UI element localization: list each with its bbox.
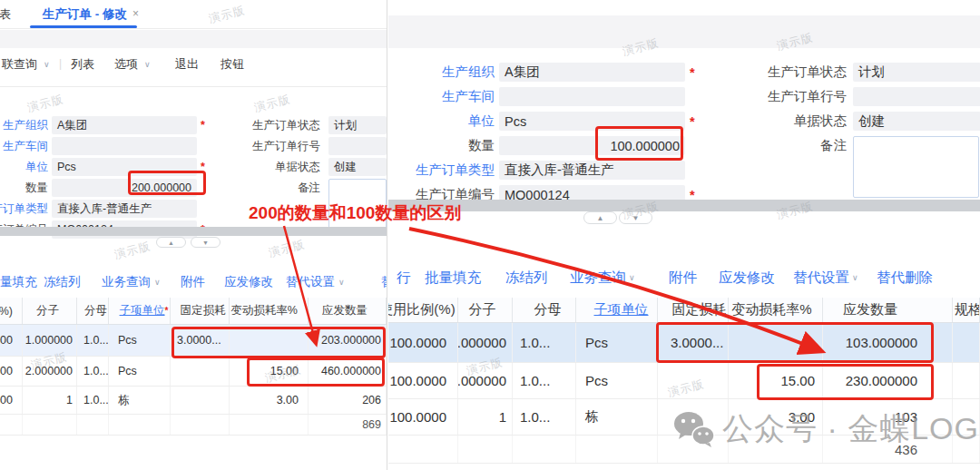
toolbar-freeze-column[interactable]: 冻结列 [44, 274, 81, 290]
table-row[interactable]: 0002.0000001.0...Pcs15.00460.000000 [0, 357, 387, 387]
order-type-input[interactable]: 直接入库-普通生产 [499, 161, 685, 180]
production-org-input[interactable]: A集团 [52, 116, 197, 134]
table-cell[interactable] [729, 323, 823, 362]
collapse-up-button[interactable]: ▲ [583, 211, 617, 224]
table-cell[interactable]: 1.0... [77, 357, 109, 386]
table-cell[interactable] [658, 363, 729, 398]
table-cell[interactable]: 1.0... [513, 323, 576, 362]
table-cell[interactable]: 100.0000 [388, 323, 458, 362]
table-cell[interactable]: 1 [458, 399, 513, 435]
table-cell[interactable]: 1.0... [513, 399, 576, 435]
table-cell[interactable]: 栋 [109, 387, 171, 414]
unit-input[interactable]: Pcs [52, 158, 197, 176]
toolbar-batch-fill[interactable]: 批量填充 [425, 269, 481, 288]
table-cell[interactable] [171, 387, 230, 414]
table-row[interactable]: 00011.0...栋3.00206 [0, 387, 387, 415]
table-cell[interactable]: 1.000000 [23, 325, 77, 356]
production-workshop-label[interactable]: 生产车间 [388, 87, 495, 106]
column-header[interactable]: 分子 [23, 298, 77, 324]
unit-label[interactable]: 单位 [388, 112, 495, 131]
table-cell[interactable]: 2.000000 [458, 363, 513, 398]
column-header[interactable]: 固定损耗 [171, 298, 230, 324]
column-header[interactable]: 规格型号 [953, 298, 980, 322]
column-header[interactable]: 分母 [513, 298, 576, 322]
column-header[interactable]: 分母 [77, 298, 109, 324]
table-cell[interactable]: 15.00 [729, 363, 823, 398]
doc-status-input[interactable]: 创建 [853, 112, 980, 131]
table-cell[interactable]: 1.0... [77, 325, 109, 356]
table-row[interactable]: 0001.0000001.0...Pcs3.0000...203.000000 [0, 325, 387, 357]
table-cell[interactable]: 000 [0, 325, 23, 356]
production-workshop-label[interactable]: 生产车间 [0, 137, 48, 155]
toolbar-substitute-setting[interactable]: 替代设置 [793, 269, 849, 288]
column-header[interactable]: 使用比例(%) [388, 298, 458, 322]
table-row[interactable]: 100.00001.0000001.0...Pcs3.0000...103.00… [388, 323, 980, 363]
table-cell[interactable]: 230.000000 [823, 363, 953, 398]
production-workshop-input[interactable] [52, 137, 197, 155]
table-cell[interactable] [953, 399, 980, 435]
table-cell[interactable]: 203.000000 [309, 325, 387, 356]
order-type-label[interactable]: 生产订单类型 [0, 200, 48, 218]
column-header[interactable]: 分子 [458, 298, 513, 322]
table-cell[interactable] [953, 363, 980, 398]
production-org-label[interactable]: 生产组织 [388, 63, 495, 82]
order-type-label[interactable]: 生产订单类型 [388, 161, 495, 180]
table-cell[interactable] [230, 325, 309, 356]
column-header[interactable]: %) [0, 298, 23, 324]
table-cell[interactable]: 3.00 [230, 387, 309, 414]
table-cell[interactable]: 15.00 [230, 357, 309, 386]
collapse-down-button[interactable]: ▼ [191, 237, 220, 248]
column-header-link[interactable]: 子项单位 [594, 301, 649, 318]
order-status-input[interactable]: 计划 [853, 63, 980, 82]
column-header[interactable]: 固定损耗 [658, 298, 729, 322]
quantity-input[interactable]: 200.000000 [52, 179, 197, 197]
column-header[interactable]: 变动损耗率% [729, 298, 823, 322]
table-cell[interactable]: 460.000000 [309, 357, 387, 386]
order-line-no-input[interactable] [328, 137, 387, 155]
table-cell[interactable]: 3.00 [729, 399, 823, 435]
table-cell[interactable] [953, 323, 980, 362]
table-cell[interactable]: Pcs [109, 325, 171, 356]
doc-status-input[interactable]: 创建 [328, 158, 387, 176]
table-cell[interactable]: 2.000000 [23, 357, 77, 386]
table-cell[interactable] [171, 357, 230, 386]
table-cell[interactable]: Pcs [109, 357, 171, 386]
table-cell[interactable]: 1.000000 [458, 323, 513, 362]
table-cell[interactable]: 1.0... [77, 387, 109, 414]
table-cell[interactable]: 000 [0, 357, 23, 386]
production-workshop-input[interactable] [499, 87, 685, 106]
unit-input[interactable]: Pcs [499, 112, 685, 131]
unit-label[interactable]: 单位 [0, 158, 48, 176]
column-header[interactable]: 应发数量 [309, 298, 387, 324]
table-cell[interactable]: 1.0... [513, 363, 576, 398]
table-cell[interactable]: 103 [823, 399, 953, 435]
table-cell[interactable]: 100.0000 [388, 363, 458, 398]
table-cell[interactable]: 100.0000 [388, 399, 458, 435]
toolbar-attachment[interactable]: 附件 [669, 269, 697, 288]
toolbar-issue-modify[interactable]: 应发修改 [719, 269, 775, 288]
table-cell[interactable]: 103.000000 [823, 323, 953, 362]
table-row[interactable]: 100.00002.0000001.0...Pcs15.00230.000000 [388, 363, 980, 399]
horizontal-scrollbar[interactable] [0, 227, 387, 236]
toolbar-substitute-delete[interactable]: 替代删除 [877, 269, 933, 288]
toolbar-attachment[interactable]: 附件 [181, 274, 205, 290]
column-header[interactable]: 应发数量 [823, 298, 953, 322]
column-header-link[interactable]: 子项单位 [120, 303, 165, 318]
table-cell[interactable]: 3.0000... [171, 325, 230, 356]
toolbar-substitute-setting[interactable]: 替代设置 [286, 274, 335, 290]
table-cell[interactable] [658, 399, 729, 435]
toolbar-issue-modify[interactable]: 应发修改 [224, 274, 273, 290]
table-cell[interactable]: 1 [23, 387, 77, 414]
collapse-up-button[interactable]: ▲ [156, 237, 186, 248]
table-cell[interactable]: Pcs [576, 323, 658, 362]
production-org-label[interactable]: 生产组织 [0, 116, 48, 134]
toolbar-business-query[interactable]: 业务查询 [570, 269, 626, 288]
table-cell[interactable]: 栋 [576, 399, 658, 435]
quantity-input[interactable]: 100.000000 [499, 136, 685, 155]
order-status-input[interactable]: 计划 [328, 116, 387, 134]
table-cell[interactable]: Pcs [576, 363, 658, 398]
toolbar-freeze-column[interactable]: 冻结列 [505, 269, 548, 288]
table-cell[interactable]: 3.0000... [658, 323, 729, 362]
order-line-no-input[interactable] [853, 87, 980, 106]
toolbar-batch-fill[interactable]: 量填充 [0, 274, 37, 290]
